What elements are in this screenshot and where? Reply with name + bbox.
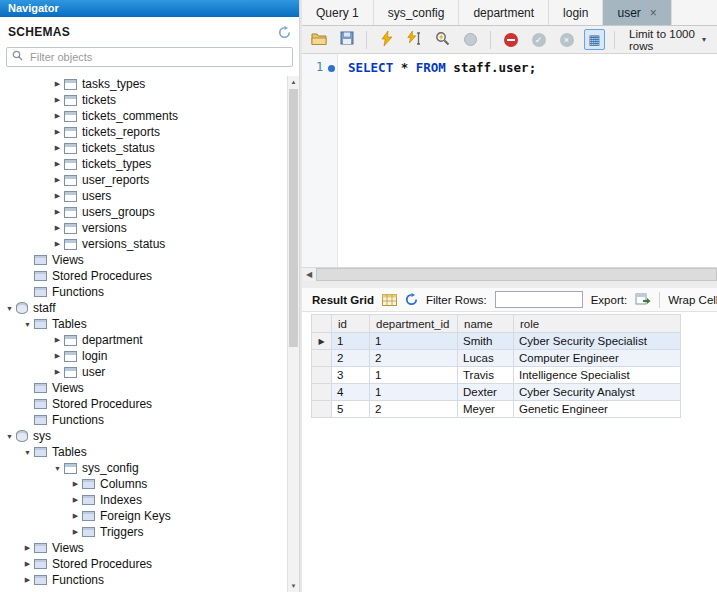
tab-sys_config[interactable]: sys_config <box>374 0 460 25</box>
chevron-right-icon[interactable]: ▶ <box>70 480 81 488</box>
cell[interactable]: 1 <box>370 367 458 384</box>
chevron-right-icon[interactable]: ▶ <box>52 336 63 344</box>
chevron-right-icon[interactable]: ▶ <box>22 544 33 552</box>
filter-rows-input[interactable] <box>495 291 583 308</box>
chevron-right-icon[interactable]: ▶ <box>70 512 81 520</box>
panel-splitter[interactable] <box>302 281 717 288</box>
open-file-button[interactable] <box>308 29 329 50</box>
column-header-id[interactable]: id <box>332 315 370 333</box>
tree-item-functions[interactable]: ▶Functions <box>0 572 287 588</box>
cell[interactable]: 5 <box>332 401 370 418</box>
cell[interactable]: 4 <box>332 384 370 401</box>
cell[interactable]: Dexter <box>458 384 514 401</box>
tree-item-tickets_status[interactable]: ▶tickets_status <box>0 140 287 156</box>
limit-rows-dropdown[interactable]: Limit to 1000 rows ▾ <box>624 26 711 54</box>
tab-login[interactable]: login <box>549 0 603 25</box>
tree-item-staff[interactable]: ▼staff <box>0 300 287 316</box>
sql-statement[interactable]: SELECT * FROM staff.user; <box>348 60 536 75</box>
tree-item-users[interactable]: ▶users <box>0 188 287 204</box>
chevron-down-icon[interactable]: ▼ <box>4 433 15 440</box>
execute-current-statement-button[interactable] <box>404 29 425 50</box>
tree-item-functions[interactable]: Functions <box>0 412 287 428</box>
tree-item-stored-procedures[interactable]: ▶Stored Procedures <box>0 556 287 572</box>
tree-item-login[interactable]: ▶login <box>0 348 287 364</box>
cell[interactable]: Meyer <box>458 401 514 418</box>
column-header-role[interactable]: role <box>514 315 681 333</box>
cell[interactable]: 1 <box>370 384 458 401</box>
chevron-right-icon[interactable]: ▶ <box>52 112 63 120</box>
column-header-department_id[interactable]: department_id <box>370 315 458 333</box>
chevron-right-icon[interactable]: ▶ <box>52 160 63 168</box>
result-grid-icon[interactable] <box>382 294 397 306</box>
chevron-right-icon[interactable]: ▶ <box>52 368 63 376</box>
cell[interactable]: 3 <box>332 367 370 384</box>
cell[interactable]: Lucas <box>458 350 514 367</box>
tab-query-1[interactable]: Query 1 <box>302 0 374 25</box>
column-header-name[interactable]: name <box>458 315 514 333</box>
tree-item-views[interactable]: Views <box>0 252 287 268</box>
tab-close-icon[interactable]: × <box>650 8 657 18</box>
cell[interactable]: Cyber Security Analyst <box>514 384 681 401</box>
autocommit-toggle-button[interactable]: ▦ <box>584 29 605 50</box>
cell[interactable]: Computer Engineer <box>514 350 681 367</box>
tree-item-sys[interactable]: ▼sys <box>0 428 287 444</box>
tree-item-department[interactable]: ▶department <box>0 332 287 348</box>
tree-item-foreign-keys[interactable]: ▶Foreign Keys <box>0 508 287 524</box>
chevron-down-icon[interactable]: ▼ <box>22 321 33 328</box>
table-row[interactable]: 31TravisIntelligence Specialist <box>312 367 681 384</box>
chevron-down-icon[interactable]: ▼ <box>52 465 63 472</box>
cell[interactable]: Intelligence Specialist <box>514 367 681 384</box>
chevron-right-icon[interactable]: ▶ <box>52 208 63 216</box>
chevron-right-icon[interactable]: ▶ <box>52 352 63 360</box>
tab-department[interactable]: department <box>459 0 549 25</box>
stop-on-error-toggle-button[interactable] <box>500 29 521 50</box>
cell[interactable]: 1 <box>370 333 458 350</box>
tree-item-views[interactable]: ▶Views <box>0 540 287 556</box>
tree-item-users_groups[interactable]: ▶users_groups <box>0 204 287 220</box>
scroll-up-icon[interactable]: ▲ <box>288 76 299 88</box>
cell[interactable]: 2 <box>370 350 458 367</box>
stop-button[interactable] <box>460 29 481 50</box>
tree-item-columns[interactable]: ▶Columns <box>0 476 287 492</box>
chevron-right-icon[interactable]: ▶ <box>22 560 33 568</box>
execute-button[interactable] <box>376 29 397 50</box>
chevron-right-icon[interactable]: ▶ <box>52 144 63 152</box>
chevron-right-icon[interactable]: ▶ <box>52 224 63 232</box>
tree-item-tickets_reports[interactable]: ▶tickets_reports <box>0 124 287 140</box>
chevron-right-icon[interactable]: ▶ <box>52 192 63 200</box>
tree-item-tasks_types[interactable]: ▶tasks_types <box>0 76 287 92</box>
scroll-down-icon[interactable]: ▼ <box>288 580 299 592</box>
tree-item-user_reports[interactable]: ▶user_reports <box>0 172 287 188</box>
tree-item-stored-procedures[interactable]: Stored Procedures <box>0 396 287 412</box>
tree-item-user[interactable]: ▶user <box>0 364 287 380</box>
scrollbar-thumb[interactable] <box>316 268 717 281</box>
explain-button[interactable] <box>432 29 453 50</box>
sql-editor[interactable]: 1 SELECT * FROM staff.user; <box>302 54 717 267</box>
chevron-right-icon[interactable]: ▶ <box>22 576 33 584</box>
cell[interactable]: Genetic Engineer <box>514 401 681 418</box>
scroll-left-icon[interactable]: ◀ <box>302 268 316 281</box>
tree-item-tables[interactable]: ▼Tables <box>0 316 287 332</box>
tree-item-versions_status[interactable]: ▶versions_status <box>0 236 287 252</box>
chevron-down-icon[interactable]: ▼ <box>4 305 15 312</box>
chevron-down-icon[interactable]: ▼ <box>22 449 33 456</box>
tree-item-tickets[interactable]: ▶tickets <box>0 92 287 108</box>
export-icon[interactable] <box>635 293 651 306</box>
tree-item-functions[interactable]: Functions <box>0 284 287 300</box>
tree-item-sys_config[interactable]: ▼sys_config <box>0 460 287 476</box>
chevron-right-icon[interactable]: ▶ <box>52 128 63 136</box>
scrollbar-thumb[interactable] <box>289 89 298 347</box>
cell[interactable]: Travis <box>458 367 514 384</box>
cell[interactable]: Cyber Security Specialist <box>514 333 681 350</box>
cell[interactable]: 2 <box>332 350 370 367</box>
save-button[interactable] <box>336 29 357 50</box>
tree-item-stored-procedures[interactable]: Stored Procedures <box>0 268 287 284</box>
chevron-right-icon[interactable]: ▶ <box>70 528 81 536</box>
table-row[interactable]: ▶11SmithCyber Security Specialist <box>312 333 681 350</box>
tab-user[interactable]: user× <box>603 0 671 25</box>
filter-objects-input[interactable] <box>28 50 287 64</box>
tree-item-triggers[interactable]: ▶Triggers <box>0 524 287 540</box>
chevron-right-icon[interactable]: ▶ <box>52 96 63 104</box>
tree-item-versions[interactable]: ▶versions <box>0 220 287 236</box>
table-row[interactable]: 22LucasComputer Engineer <box>312 350 681 367</box>
